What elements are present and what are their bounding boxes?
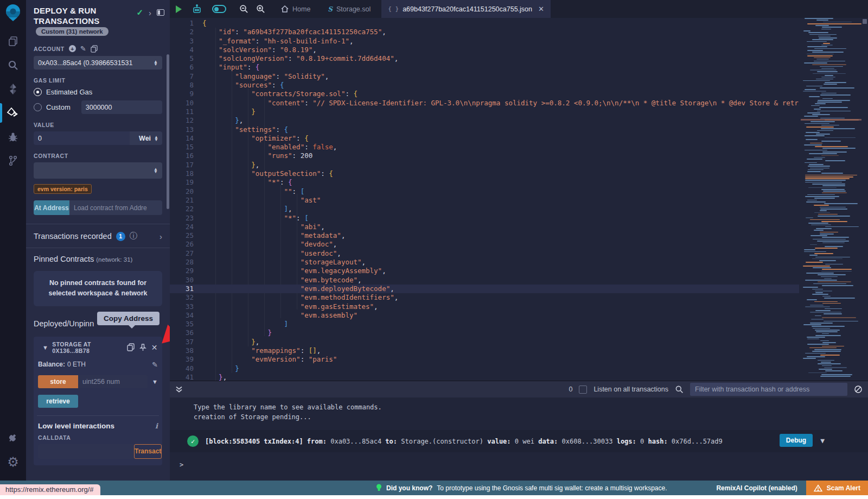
panel-toggle-icon[interactable] bbox=[157, 9, 164, 16]
zoom-in-icon[interactable] bbox=[252, 0, 269, 18]
minimap-row bbox=[807, 159, 822, 160]
minimap-row bbox=[812, 64, 846, 65]
minimap-row bbox=[814, 198, 835, 199]
minimap-row bbox=[808, 223, 828, 224]
edit-account-icon[interactable]: ✎ bbox=[80, 45, 86, 53]
copy-account-icon[interactable] bbox=[91, 45, 98, 53]
listen-checkbox[interactable] bbox=[579, 386, 587, 394]
copy-address-icon[interactable] bbox=[127, 343, 135, 351]
stepper-icon[interactable]: ▲▼ bbox=[154, 168, 158, 173]
transact-button[interactable]: Transact bbox=[134, 444, 162, 459]
minimap-row bbox=[821, 276, 838, 277]
minimap-row bbox=[807, 55, 833, 56]
minimap[interactable] bbox=[801, 18, 861, 381]
panel-scrollbar[interactable] bbox=[167, 54, 169, 209]
run-script-icon[interactable] bbox=[170, 0, 188, 18]
minimap-row bbox=[822, 342, 836, 343]
at-address-button[interactable]: At Address bbox=[34, 200, 69, 215]
chevron-down-icon[interactable]: ▼ bbox=[42, 344, 48, 351]
edit-balance-icon[interactable]: ✎ bbox=[152, 361, 158, 369]
minimap-row bbox=[823, 43, 830, 44]
contract-select[interactable]: ▲▼ bbox=[34, 162, 162, 179]
chevron-right-icon[interactable]: › bbox=[159, 232, 162, 241]
settings-icon[interactable]: ⚙ bbox=[0, 450, 26, 474]
copilot-toggle-icon[interactable] bbox=[206, 0, 232, 18]
remix-logo-icon[interactable] bbox=[4, 3, 22, 22]
retrieve-button[interactable]: retrieve bbox=[38, 395, 78, 408]
collapse-terminal-icon[interactable] bbox=[175, 386, 183, 393]
minimap-row bbox=[821, 77, 835, 78]
stepper-icon[interactable]: ▲▼ bbox=[154, 60, 158, 66]
code-line: 6 "input": { bbox=[170, 63, 799, 72]
file-explorer-icon[interactable] bbox=[0, 29, 26, 53]
calldata-input[interactable] bbox=[38, 444, 134, 459]
store-button[interactable]: store bbox=[38, 375, 78, 388]
transactions-recorded-row[interactable]: Transactions recorded 1 ⓘ › bbox=[34, 224, 162, 248]
plugin-manager-icon[interactable] bbox=[0, 426, 26, 450]
expand-params-icon[interactable]: ▼ bbox=[152, 378, 158, 385]
minimap-row bbox=[818, 281, 851, 282]
info-i-icon: i bbox=[155, 422, 158, 430]
pin-icon[interactable] bbox=[139, 344, 146, 351]
custom-gas-radio[interactable] bbox=[34, 103, 42, 111]
minimap-row bbox=[810, 143, 822, 144]
minimap-row bbox=[811, 105, 820, 106]
add-account-icon[interactable]: + bbox=[69, 45, 76, 52]
minimap-row bbox=[815, 103, 826, 104]
value-unit-select[interactable]: Wei ▲▼ bbox=[130, 131, 162, 145]
stepper-icon[interactable]: ▲▼ bbox=[154, 136, 158, 141]
store-param-input[interactable] bbox=[78, 375, 148, 388]
minimap-row bbox=[818, 36, 831, 37]
expand-panel-icon[interactable]: › bbox=[149, 8, 151, 17]
scam-alert-button[interactable]: Scam Alert bbox=[806, 481, 868, 495]
editor-scrollbar[interactable] bbox=[861, 18, 868, 381]
scrollbar-thumb[interactable] bbox=[863, 19, 867, 24]
terminal-toolbar: 0 Listen on all transactions bbox=[170, 381, 868, 397]
value-input[interactable] bbox=[34, 131, 130, 145]
terminal-output: Type the library name to see available c… bbox=[170, 397, 868, 469]
transaction-row[interactable]: ✓ [block:5583405 txIndex:4] from: 0xa03.… bbox=[170, 430, 868, 452]
solidity-compiler-icon[interactable] bbox=[0, 77, 26, 101]
ai-assistant-icon[interactable] bbox=[188, 0, 206, 18]
debug-button[interactable]: Debug bbox=[780, 434, 813, 447]
zoom-out-icon[interactable] bbox=[235, 0, 252, 18]
url-status-tooltip: https://remix.ethereum.org/# bbox=[0, 484, 100, 495]
debugger-icon[interactable] bbox=[0, 125, 26, 149]
tab-json-file[interactable]: { } a69b43f277ba20fcac141151250ca755.jso… bbox=[381, 0, 551, 18]
minimap-row bbox=[807, 338, 819, 339]
expand-tx-icon[interactable]: ▼ bbox=[820, 437, 825, 445]
minimap-row bbox=[821, 68, 834, 69]
estimated-gas-radio[interactable] bbox=[34, 88, 42, 96]
minimap-row bbox=[815, 25, 829, 26]
custom-gas-input[interactable] bbox=[81, 100, 162, 114]
terminal-prompt[interactable]: > bbox=[170, 452, 868, 469]
tab-home[interactable]: Home bbox=[275, 0, 317, 18]
minimap-row bbox=[814, 109, 821, 110]
deploy-run-icon[interactable] bbox=[0, 101, 26, 125]
minimap-row bbox=[822, 317, 856, 318]
search-icon[interactable] bbox=[0, 53, 26, 77]
git-icon[interactable] bbox=[0, 149, 26, 173]
terminal-search-icon bbox=[675, 385, 684, 394]
load-contract-input[interactable] bbox=[69, 200, 162, 215]
minimap-row bbox=[814, 230, 824, 231]
minimap-row bbox=[821, 125, 839, 126]
tab-storage-sol[interactable]: S Storage.sol bbox=[321, 0, 377, 18]
filter-input[interactable] bbox=[690, 383, 847, 396]
info-icon[interactable]: ⓘ bbox=[130, 231, 137, 241]
code-line: 37 }, bbox=[170, 338, 799, 346]
clear-terminal-icon[interactable] bbox=[854, 385, 863, 394]
home-icon bbox=[281, 5, 289, 12]
minimap-row bbox=[822, 237, 849, 238]
tab-close-icon[interactable]: ✕ bbox=[538, 5, 544, 13]
close-icon[interactable]: ✕ bbox=[151, 343, 158, 352]
minimap-highlight bbox=[801, 119, 861, 121]
copilot-status[interactable]: RemixAI Copilot (enabled) bbox=[716, 484, 797, 492]
minimap-row bbox=[815, 257, 850, 258]
minimap-row bbox=[810, 70, 837, 71]
minimap-row bbox=[807, 200, 817, 201]
account-select[interactable]: 0xA03...85ac4 (0.39866531531 ▲▼ bbox=[34, 56, 162, 70]
code-editor[interactable]: 1{2 "id": "a69b43f277ba20fcac141151250ca… bbox=[170, 18, 868, 381]
minimap-row bbox=[809, 164, 824, 165]
minimap-row bbox=[824, 298, 855, 299]
